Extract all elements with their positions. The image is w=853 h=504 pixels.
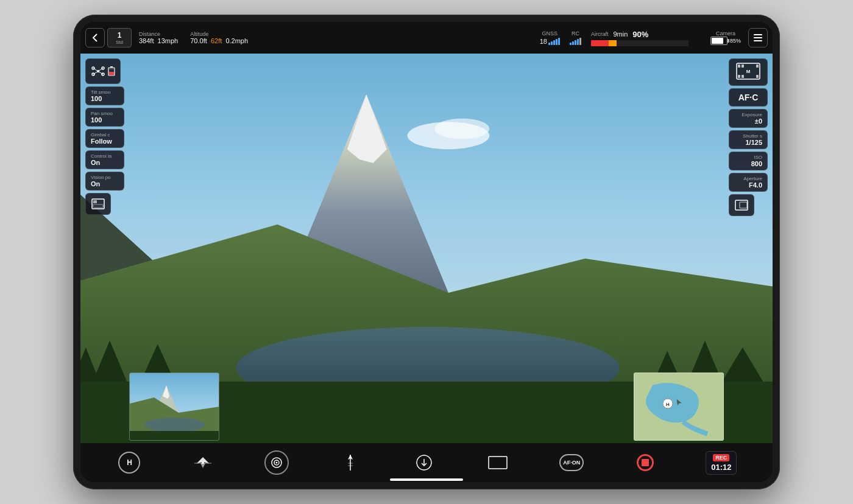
af-on-badge: AF·ON [559, 454, 584, 471]
tablet-screen: 1 Std Distance 384ft 13mph Altitude 70.0… [80, 22, 773, 482]
altitude-highlighted: 62ft [211, 37, 222, 44]
menu-line-3 [754, 40, 762, 41]
gnss-num: 18 [540, 38, 547, 45]
tablet-device: 1 Std Distance 384ft 13mph Altitude 70.0… [73, 15, 780, 489]
main-viewport: Tilt smoo 100 Pan smoo 100 Gimbal c Foll… [80, 54, 773, 443]
rc-bar-3 [575, 40, 576, 45]
svg-rect-32 [738, 65, 740, 68]
exposure-val: ±0 [734, 117, 762, 125]
af-on-button[interactable]: AF·ON [558, 449, 585, 476]
aircraft-mode-button[interactable] [189, 449, 216, 476]
svg-rect-33 [742, 65, 744, 68]
rc-bar-5 [579, 38, 581, 45]
exposure-button[interactable]: Exposure ±0 [729, 109, 768, 128]
aircraft-label: Aircraft [591, 31, 609, 37]
svg-rect-35 [742, 75, 744, 78]
distance-speed: 13mph [158, 37, 179, 44]
camera-group: Camera 85% [710, 30, 741, 45]
pan-smooth-button[interactable]: Pan smoo 100 [85, 108, 124, 127]
rec-status[interactable]: REC 01:12 [706, 451, 737, 475]
pan-smooth-val: 100 [91, 116, 119, 124]
svg-point-45 [144, 418, 205, 432]
thumbnail-preview[interactable] [129, 373, 219, 441]
battery-fill-red [591, 40, 609, 46]
svg-rect-29 [93, 200, 97, 203]
bottom-bar: H [80, 443, 773, 482]
download-icon [416, 454, 433, 471]
download-button[interactable] [411, 449, 437, 476]
menu-button[interactable] [748, 28, 768, 47]
battery-bar [591, 40, 688, 46]
film-mode-button[interactable]: M [729, 58, 768, 86]
battery-warning-icon [108, 66, 115, 76]
drone-status-button[interactable] [85, 58, 121, 84]
stop-icon [637, 454, 654, 471]
home-label: H [127, 458, 132, 467]
home-indicator [390, 478, 463, 481]
aperture-label: Aperture [734, 176, 762, 181]
shutter-speed-button[interactable]: Shutter s 1/125 [729, 130, 768, 149]
bar-4 [556, 39, 557, 45]
flight-mode-num: 1 [118, 31, 122, 40]
iso-button[interactable]: ISO 800 [729, 152, 768, 170]
aperture-button[interactable]: Aperture F4.0 [729, 173, 768, 192]
view-toggle-icon [91, 198, 105, 209]
target-icon [270, 456, 283, 469]
bar-3 [553, 40, 555, 45]
gnss-signal-bars [548, 37, 560, 45]
tilt-smooth-label: Tilt smoo [91, 89, 119, 95]
exposure-label: Exposure [734, 112, 762, 117]
gnss-value: 18 [540, 37, 560, 45]
right-view-icon [735, 200, 748, 211]
distance-value: 384ft 13mph [139, 37, 178, 44]
bar-2 [551, 41, 553, 45]
map-preview[interactable]: H [634, 373, 724, 441]
target-circle [264, 450, 289, 475]
home-button[interactable]: H [116, 449, 143, 476]
gimbal-follow-button[interactable]: Gimbal c Follow [85, 129, 124, 148]
aperture-val: F4.0 [734, 181, 762, 189]
distance-ft: 384ft [139, 37, 154, 44]
camera-battery-fill [712, 38, 723, 44]
gnss-label: GNSS [542, 30, 558, 37]
waypoint-button[interactable] [337, 449, 364, 476]
control-latency-button[interactable]: Control la On [85, 150, 124, 169]
af-c-button[interactable]: AF·C [729, 88, 768, 107]
svg-text:M: M [746, 69, 751, 74]
shutter-val: 1/125 [734, 139, 762, 146]
frame-button[interactable] [484, 449, 511, 476]
svg-point-23 [97, 70, 99, 72]
rc-bar-4 [577, 39, 579, 45]
rc-label: RC [572, 30, 579, 37]
vision-position-button[interactable]: Vision po On [85, 172, 124, 191]
map-svg: H [634, 373, 724, 441]
target-mode-button[interactable] [263, 449, 290, 476]
back-button[interactable] [85, 28, 105, 47]
stop-recording-button[interactable] [632, 449, 659, 476]
svg-rect-39 [735, 200, 748, 210]
film-icon: M [736, 63, 760, 80]
tilt-smooth-button[interactable]: Tilt smoo 100 [85, 86, 124, 105]
flight-mode-label: Std [116, 40, 123, 45]
menu-line-2 [754, 37, 762, 38]
vision-label: Vision po [91, 175, 119, 180]
bar-1 [548, 43, 550, 45]
svg-rect-34 [738, 75, 740, 78]
right-view-toggle[interactable] [729, 194, 754, 216]
svg-point-56 [276, 462, 278, 464]
tilt-smooth-val: 100 [91, 95, 119, 102]
view-toggle-button[interactable] [85, 193, 111, 215]
altitude-speed: 0.2mph [225, 37, 248, 44]
top-bar: 1 Std Distance 384ft 13mph Altitude 70.0… [80, 22, 773, 54]
pan-smooth-label: Pan smoo [91, 111, 119, 116]
home-icon: H [118, 452, 140, 474]
camera-battery: 85% [710, 37, 741, 45]
gimbal-follow-label: Gimbal c [91, 132, 119, 138]
altitude-label: Altitude [190, 31, 248, 37]
left-panel: Tilt smoo 100 Pan smoo 100 Gimbal c Foll… [85, 58, 124, 215]
iso-val: 800 [734, 160, 762, 167]
camera-label: Camera [716, 30, 735, 37]
right-panel: M AF·C Exposure ±0 Shutter s 1/125 ISO [729, 58, 768, 216]
altitude-value: 70.0ft 62ft 0.2mph [190, 37, 248, 44]
stop-square [642, 459, 649, 466]
